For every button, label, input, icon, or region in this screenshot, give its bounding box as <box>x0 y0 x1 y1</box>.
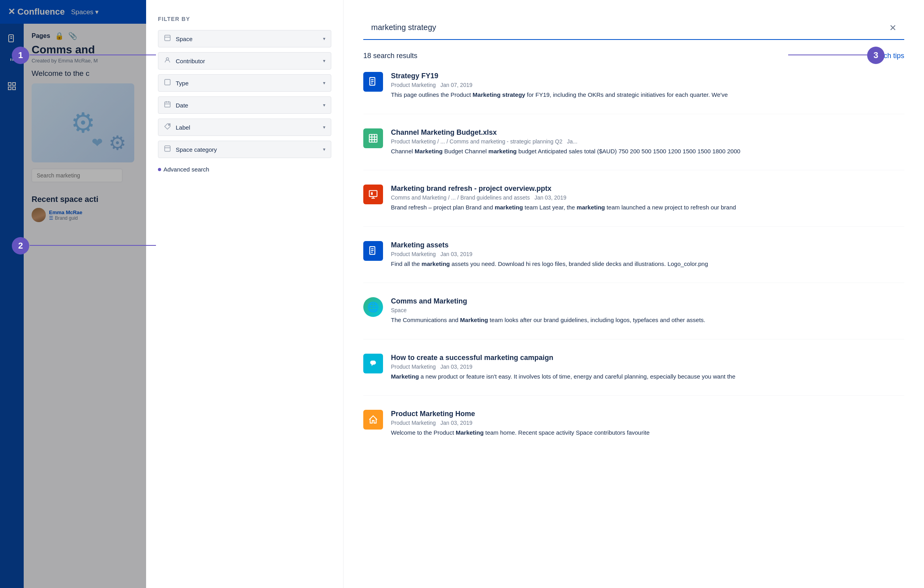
result-snippet: The Communications and Marketing team lo… <box>391 316 904 325</box>
result-snippet: Marketing a new product or feature isn't… <box>391 372 904 381</box>
type-chevron-icon: ▾ <box>323 80 325 86</box>
filter-space[interactable]: Space ▾ <box>158 30 331 47</box>
advanced-search-bullet <box>158 168 161 171</box>
result-snippet: This page outlines the Product Marketing… <box>391 90 904 100</box>
result-meta: Product Marketing Jan 03, 2019 <box>391 420 904 426</box>
result-meta: Product Marketing Jan 07, 2019 <box>391 82 904 88</box>
space-category-filter-label: Space category <box>176 146 217 153</box>
filter-label[interactable]: Label ▾ <box>158 119 331 136</box>
results-header: 18 search results Search tips <box>363 52 904 60</box>
result-icon-space: 🌐 <box>363 297 383 317</box>
annotation-3: 3 <box>867 47 885 64</box>
svg-rect-22 <box>369 134 377 142</box>
result-item: Marketing brand refresh - project overvi… <box>363 185 904 227</box>
result-meta: Product Marketing Jan 03, 2019 <box>391 251 904 257</box>
result-item: Product Marketing Home Product Marketing… <box>363 410 904 452</box>
label-filter-icon <box>164 123 172 132</box>
annotation-2-line <box>30 245 156 246</box>
result-snippet: Channel Marketing Budget Channel marketi… <box>391 147 904 156</box>
svg-rect-16 <box>165 146 170 151</box>
result-icon-document2 <box>363 241 383 261</box>
result-item: 🌐 Comms and Marketing Space The Communic… <box>363 297 904 339</box>
result-content: Marketing assets Product Marketing Jan 0… <box>391 241 904 269</box>
label-chevron-icon: ▾ <box>323 124 325 130</box>
result-title[interactable]: Marketing assets <box>391 241 904 249</box>
space-category-filter-icon <box>164 145 172 154</box>
result-title[interactable]: How to create a successful marketing cam… <box>391 354 904 362</box>
result-item: Strategy FY19 Product Marketing Jan 07, … <box>363 72 904 114</box>
result-content: Comms and Marketing Space The Communicat… <box>391 297 904 325</box>
result-snippet: Brand refresh – project plan Brand and m… <box>391 203 904 212</box>
filter-space-category[interactable]: Space category ▾ <box>158 141 331 158</box>
svg-point-15 <box>169 124 170 126</box>
svg-point-9 <box>166 58 169 60</box>
search-panel: FILTER BY Space ▾ Contributor ▾ <box>146 0 924 588</box>
result-item: Marketing assets Product Marketing Jan 0… <box>363 241 904 283</box>
advanced-search-label: Advanced search <box>163 166 209 173</box>
result-meta: Comms and Marketing / ... / Brand guidel… <box>391 194 904 201</box>
result-item: How to create a successful marketing cam… <box>363 354 904 396</box>
result-snippet: Welcome to the Product Marketing team ho… <box>391 428 904 437</box>
svg-rect-27 <box>369 190 377 196</box>
filter-sidebar: FILTER BY Space ▾ Contributor ▾ <box>146 0 344 588</box>
type-filter-label: Type <box>176 80 189 87</box>
date-chevron-icon: ▾ <box>323 102 325 108</box>
annotation-2: 2 <box>12 237 29 254</box>
filter-by-label: FILTER BY <box>158 16 331 22</box>
results-count: 18 search results <box>363 52 417 60</box>
result-title[interactable]: Strategy FY19 <box>391 72 904 80</box>
results-panel: ✕ 18 search results Search tips Strategy… <box>344 0 924 588</box>
svg-rect-30 <box>371 192 373 195</box>
svg-rect-11 <box>165 102 170 107</box>
result-content: Strategy FY19 Product Marketing Jan 07, … <box>391 72 904 100</box>
date-filter-label: Date <box>176 102 188 109</box>
result-icon-document <box>363 72 383 92</box>
result-content: Channel Marketing Budget.xlsx Product Ma… <box>391 128 904 156</box>
contributor-chevron-icon: ▾ <box>323 58 325 64</box>
result-meta: Product Marketing Jan 03, 2019 <box>391 364 904 370</box>
result-title[interactable]: Product Marketing Home <box>391 410 904 418</box>
result-icon-quote <box>363 354 383 373</box>
svg-rect-10 <box>165 79 170 85</box>
result-snippet: Find all the marketing assets you need. … <box>391 260 904 269</box>
date-filter-icon <box>164 101 172 109</box>
result-content: Product Marketing Home Product Marketing… <box>391 410 904 437</box>
search-bar-container: ✕ <box>363 16 904 40</box>
space-category-chevron-icon: ▾ <box>323 147 325 152</box>
result-icon-spreadsheet <box>363 128 383 148</box>
result-item: Channel Marketing Budget.xlsx Product Ma… <box>363 128 904 171</box>
result-title[interactable]: Marketing brand refresh - project overvi… <box>391 185 904 193</box>
result-title[interactable]: Channel Marketing Budget.xlsx <box>391 128 904 137</box>
search-clear-button[interactable]: ✕ <box>889 23 896 33</box>
result-title[interactable]: Comms and Marketing <box>391 297 904 305</box>
space-chevron-icon: ▾ <box>323 36 325 41</box>
result-content: Marketing brand refresh - project overvi… <box>391 185 904 212</box>
annotation-1-line <box>30 55 156 55</box>
filter-date[interactable]: Date ▾ <box>158 96 331 114</box>
search-input[interactable] <box>363 16 904 40</box>
result-meta: Product Marketing / ... / Comms and mark… <box>391 138 904 145</box>
contributor-filter-label: Contributor <box>176 58 205 64</box>
result-content: How to create a successful marketing cam… <box>391 354 904 381</box>
result-icon-home <box>363 410 383 430</box>
label-filter-label: Label <box>176 124 190 131</box>
type-filter-icon <box>164 79 172 87</box>
annotation-3-line <box>788 55 867 55</box>
contributor-filter-icon <box>164 57 172 65</box>
svg-rect-7 <box>165 35 170 41</box>
annotation-1: 1 <box>12 47 29 64</box>
filter-contributor[interactable]: Contributor ▾ <box>158 52 331 70</box>
filter-type[interactable]: Type ▾ <box>158 74 331 92</box>
result-meta: Space <box>391 307 904 313</box>
result-icon-presentation <box>363 185 383 204</box>
space-filter-icon <box>164 34 172 43</box>
space-filter-label: Space <box>176 36 193 42</box>
advanced-search-link[interactable]: Advanced search <box>158 166 331 173</box>
